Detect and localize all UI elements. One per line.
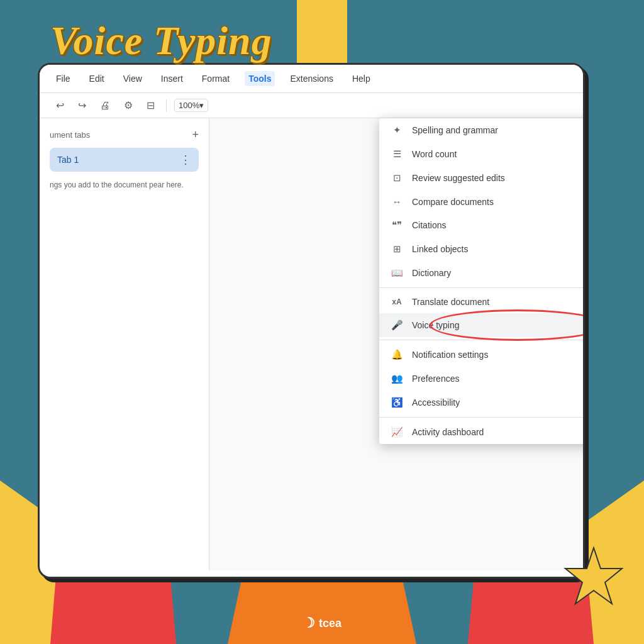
- toolbar: ↩ ↪ 🖨 ⚙ ⊟ 100% ▾: [40, 93, 583, 118]
- gdocs-ui: File Edit View Insert Format Tools Exten…: [40, 65, 583, 577]
- review-label: Review suggested edits: [412, 173, 585, 183]
- menu-voice-typing[interactable]: 🎤 Voice typing ⌘+Shift+S: [379, 313, 585, 337]
- notifications-label: Notification settings: [412, 350, 585, 360]
- svg-marker-0: [565, 548, 622, 604]
- zoom-arrow: ▾: [199, 101, 204, 110]
- preferences-icon: 👥: [389, 373, 404, 384]
- linked-icon: ⊞: [389, 243, 404, 255]
- compare-label: Compare documents: [412, 197, 585, 207]
- menu-extensions[interactable]: Extensions: [286, 71, 336, 86]
- activity-icon: 📈: [389, 426, 404, 438]
- menu-tools[interactable]: Tools: [245, 71, 275, 86]
- citations-icon: ❝❞: [389, 219, 404, 231]
- divider-3: [379, 417, 585, 418]
- wordcount-icon: ☰: [389, 148, 404, 160]
- accessibility-label: Accessibility: [412, 397, 585, 408]
- translate-label: Translate document: [412, 297, 585, 307]
- translate-icon: xA: [389, 297, 404, 306]
- voice-typing-label: Voice typing: [412, 320, 585, 330]
- citations-label: Citations: [412, 220, 585, 230]
- compare-icon: ↔: [389, 196, 404, 207]
- spelling-label: Spelling and grammar: [412, 125, 585, 135]
- menu-accessibility[interactable]: ♿ Accessibility: [379, 391, 585, 414]
- divider-1: [379, 287, 585, 288]
- menu-help[interactable]: Help: [348, 71, 374, 86]
- menu-notifications[interactable]: 🔔 Notification settings: [379, 343, 585, 367]
- accessibility-icon: ♿: [389, 397, 404, 408]
- menu-insert[interactable]: Insert: [157, 71, 187, 86]
- menu-citations[interactable]: ❝❞ Citations: [379, 213, 585, 237]
- main-card: File Edit View Insert Format Tools Exten…: [38, 63, 585, 579]
- menu-translate[interactable]: xA Translate document: [379, 291, 585, 313]
- menu-wordcount[interactable]: ☰ Word count ⌘+Shift+C: [379, 142, 585, 166]
- starburst-decoration: [562, 547, 625, 609]
- menu-bar: File Edit View Insert Format Tools Exten…: [40, 65, 583, 93]
- spelling-icon: ✦: [389, 125, 404, 136]
- left-sidebar: ument tabs + Tab 1 ⋮ ngs you add to the …: [40, 118, 209, 570]
- tab-item-1[interactable]: Tab 1 ⋮: [50, 148, 199, 172]
- tab1-label: Tab 1: [57, 155, 79, 165]
- undo-button[interactable]: ↩: [52, 97, 68, 114]
- zoom-value: 100%: [179, 101, 199, 110]
- page-title: Voice Typing: [50, 18, 272, 64]
- tab-more-button[interactable]: ⋮: [180, 153, 191, 167]
- tcea-logo: ☽ tcea: [303, 615, 341, 631]
- divider-2: [379, 340, 585, 340]
- menu-dictionary[interactable]: 📖 Dictionary ⌘+Shift+Y: [379, 261, 585, 285]
- add-tab-button[interactable]: +: [192, 128, 199, 142]
- sidebar-header-text: ument tabs: [50, 130, 90, 140]
- sidebar-header: ument tabs +: [50, 128, 199, 142]
- print-button[interactable]: 🖨: [96, 97, 114, 114]
- wordcount-label: Word count: [412, 149, 585, 159]
- review-icon: ⊡: [389, 172, 404, 184]
- redo-button[interactable]: ↪: [74, 97, 90, 114]
- tcea-label: tcea: [319, 617, 341, 630]
- dictionary-icon: 📖: [389, 267, 404, 279]
- menu-activity[interactable]: 📈 Activity dashboard: [379, 420, 585, 444]
- dictionary-label: Dictionary: [412, 268, 585, 278]
- toolbar-divider: [166, 99, 167, 112]
- menu-view[interactable]: View: [119, 71, 146, 86]
- paint-format-button[interactable]: ⚙: [120, 97, 136, 114]
- menu-review[interactable]: ⊡ Review suggested edits Ctrl+⌘O Ctrl+⌘U: [379, 166, 585, 190]
- tools-dropdown: ✦ Spelling and grammar ▶ ☰ Word count ⌘+…: [379, 118, 585, 444]
- tcea-icon: ☽: [303, 615, 315, 631]
- preferences-label: Preferences: [412, 374, 585, 384]
- menu-linked[interactable]: ⊞ Linked objects: [379, 237, 585, 261]
- zoom-control[interactable]: 100% ▾: [174, 99, 208, 112]
- menu-compare[interactable]: ↔ Compare documents: [379, 190, 585, 213]
- format-clear-button[interactable]: ⊟: [143, 97, 158, 114]
- microphone-icon: 🎤: [389, 319, 404, 331]
- sidebar-hint: ngs you add to the document pear here.: [50, 179, 199, 191]
- menu-preferences[interactable]: 👥 Preferences: [379, 367, 585, 391]
- notification-icon: 🔔: [389, 349, 404, 360]
- menu-spelling[interactable]: ✦ Spelling and grammar ▶: [379, 118, 585, 142]
- content-area: ument tabs + Tab 1 ⋮ ngs you add to the …: [40, 118, 583, 570]
- doc-area: ✦ Spelling and grammar ▶ ☰ Word count ⌘+…: [209, 118, 583, 570]
- linked-label: Linked objects: [412, 244, 585, 254]
- menu-format[interactable]: Format: [198, 71, 233, 86]
- activity-label: Activity dashboard: [412, 427, 585, 437]
- menu-edit[interactable]: Edit: [86, 71, 108, 86]
- menu-file[interactable]: File: [52, 71, 74, 86]
